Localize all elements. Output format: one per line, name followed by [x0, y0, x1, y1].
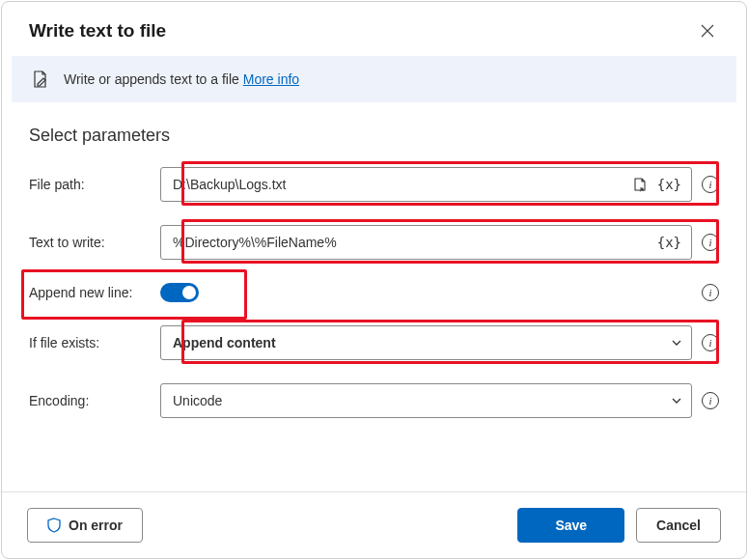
- info-icon[interactable]: i: [702, 392, 719, 409]
- variable-picker-icon[interactable]: {x}: [655, 177, 683, 192]
- save-label: Save: [555, 518, 587, 533]
- info-icon[interactable]: i: [702, 334, 719, 351]
- append-new-line-label: Append new line:: [29, 285, 160, 300]
- encoding-row: Encoding: Unicode i: [29, 383, 719, 418]
- append-new-line-toggle[interactable]: [160, 283, 199, 302]
- text-to-write-label: Text to write:: [29, 235, 160, 250]
- write-text-to-file-dialog: Write text to file Write or appends text…: [1, 1, 747, 559]
- parameters-section: Select parameters File path: D:\Backup\L…: [2, 102, 746, 491]
- on-error-button[interactable]: On error: [27, 508, 143, 543]
- shield-icon: [47, 518, 61, 533]
- if-file-exists-label: If file exists:: [29, 335, 160, 350]
- append-new-line-row: Append new line: i: [29, 283, 719, 302]
- close-icon: [700, 23, 715, 39]
- encoding-select[interactable]: Unicode: [160, 383, 692, 418]
- file-path-value: D:\Backup\Logs.txt: [173, 177, 632, 192]
- info-bar: Write or appends text to a file More inf…: [12, 56, 736, 102]
- variable-picker-icon[interactable]: {x}: [655, 235, 683, 250]
- chevron-down-icon: [670, 336, 683, 350]
- info-text: Write or appends text to a file: [64, 71, 239, 87]
- toggle-knob: [182, 286, 196, 299]
- file-path-input[interactable]: D:\Backup\Logs.txt {x}: [160, 167, 692, 202]
- if-file-exists-value: Append content: [173, 335, 670, 350]
- dialog-header: Write text to file: [2, 2, 746, 56]
- dialog-title: Write text to file: [29, 20, 166, 42]
- if-file-exists-select[interactable]: Append content: [160, 325, 692, 360]
- text-to-write-row: Text to write: %Directory%\%FileName% {x…: [29, 225, 719, 260]
- dialog-footer: On error Save Cancel: [2, 491, 746, 558]
- file-picker-icon[interactable]: [632, 177, 648, 192]
- info-icon[interactable]: i: [702, 234, 719, 251]
- chevron-down-icon: [670, 394, 683, 407]
- info-icon[interactable]: i: [702, 176, 719, 193]
- section-title: Select parameters: [29, 126, 719, 146]
- file-path-label: File path:: [29, 177, 160, 192]
- if-file-exists-row: If file exists: Append content i: [29, 325, 719, 360]
- write-file-icon: [31, 70, 50, 89]
- on-error-label: On error: [69, 518, 123, 533]
- encoding-label: Encoding:: [29, 393, 160, 408]
- save-button[interactable]: Save: [517, 508, 624, 543]
- more-info-link[interactable]: More info: [243, 71, 299, 87]
- text-to-write-input[interactable]: %Directory%\%FileName% {x}: [160, 225, 692, 260]
- text-to-write-value: %Directory%\%FileName%: [173, 235, 655, 250]
- close-button[interactable]: [696, 19, 719, 42]
- file-path-row: File path: D:\Backup\Logs.txt {x} i: [29, 167, 719, 202]
- cancel-button[interactable]: Cancel: [636, 508, 721, 543]
- info-icon[interactable]: i: [702, 284, 719, 301]
- encoding-value: Unicode: [173, 393, 670, 408]
- cancel-label: Cancel: [656, 518, 701, 533]
